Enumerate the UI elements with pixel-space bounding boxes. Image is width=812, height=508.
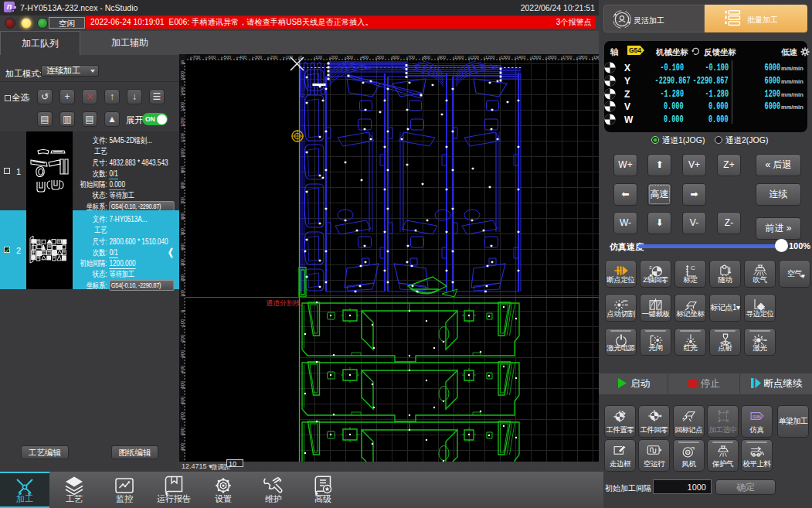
svg-text:500: 500 [180,228,185,235]
svg-text:-300: -300 [180,350,185,359]
svg-text:1900: 1900 [593,55,599,60]
svg-text:300: 300 [346,55,353,60]
svg-text:1200: 1200 [485,55,494,60]
svg-text:-100: -100 [180,319,185,328]
svg-text:100: 100 [180,290,185,297]
svg-text:-700: -700 [192,55,200,60]
svg-text:1500: 1500 [180,71,185,80]
svg-text:-200: -200 [180,335,185,343]
svg-text:600: 600 [392,55,399,60]
svg-text:900: 900 [439,55,446,60]
svg-text:1100: 1100 [470,55,479,60]
svg-text:400: 400 [362,55,369,60]
svg-text:1300: 1300 [180,102,185,111]
svg-text:-300: -300 [253,55,262,60]
svg-text:800: 800 [180,182,185,189]
svg-text:1000: 1000 [454,55,464,60]
svg-text:300: 300 [180,259,185,266]
svg-text:-700: -700 [180,412,185,421]
svg-text:-500: -500 [223,55,231,60]
svg-text:-400: -400 [180,366,185,374]
svg-text:z: z [649,264,651,270]
svg-text:100: 100 [315,55,322,60]
svg-text:600: 600 [180,213,185,220]
svg-text:1500: 1500 [532,55,541,60]
svg-text:SIM: SIM [752,414,760,419]
svg-text:1400: 1400 [516,55,525,60]
svg-text:-500: -500 [180,381,185,390]
svg-text:1400: 1400 [180,87,185,96]
svg-text:1200: 1200 [180,118,185,127]
svg-text:700: 700 [180,197,185,204]
svg-text:-600: -600 [207,55,216,60]
svg-text:200: 200 [331,55,338,60]
svg-text:C: C [691,264,695,271]
svg-text:900: 900 [180,166,185,173]
svg-text:-900: -900 [180,443,185,452]
svg-text:1800: 1800 [578,55,587,60]
svg-text:-400: -400 [238,55,246,60]
svg-text:800: 800 [423,55,430,60]
svg-text:-200: -200 [269,55,277,60]
svg-text:通道分割线: 通道分割线 [266,299,301,307]
svg-text:-600: -600 [180,397,185,405]
svg-text:1700: 1700 [562,55,572,60]
svg-text:1300: 1300 [501,55,510,60]
svg-text:1100: 1100 [180,133,185,142]
svg-text:400: 400 [180,244,185,251]
svg-text:200: 200 [180,274,185,281]
svg-text:-800: -800 [180,428,185,436]
svg-text:1600: 1600 [547,55,556,60]
svg-text:1000: 1000 [180,148,185,158]
svg-text:0: 0 [180,310,185,312]
svg-text:500: 500 [377,55,384,60]
svg-text:700: 700 [408,55,415,60]
